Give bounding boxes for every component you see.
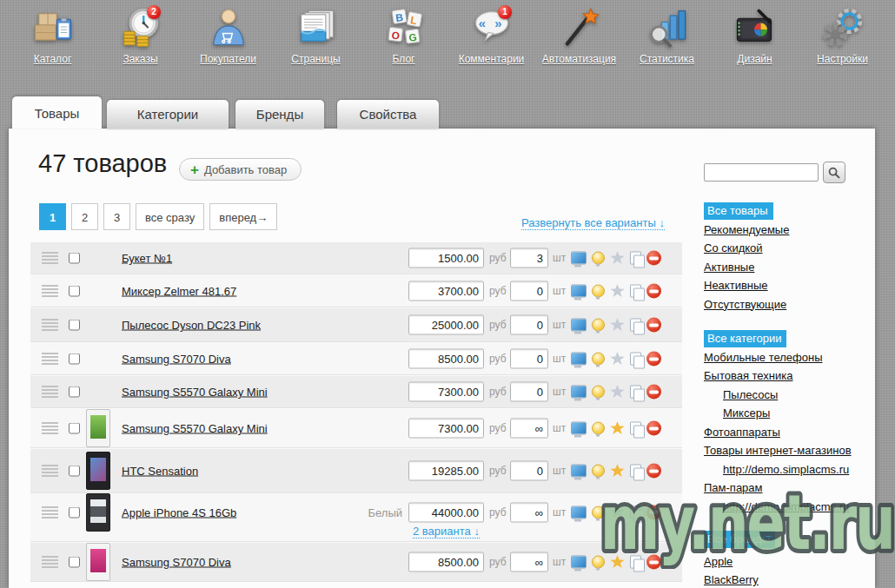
delete-icon[interactable] — [646, 352, 661, 367]
drag-handle-icon[interactable] — [42, 422, 58, 434]
row-checkbox[interactable] — [69, 506, 80, 518]
price-input[interactable] — [408, 461, 484, 481]
price-input[interactable] — [408, 552, 484, 572]
lightbulb-icon[interactable] — [592, 422, 605, 435]
toolbar-item-blog[interactable]: B L O G Блог — [360, 5, 448, 65]
copy-icon[interactable] — [630, 556, 641, 569]
star-icon[interactable] — [610, 318, 625, 332]
delete-icon[interactable] — [646, 284, 661, 299]
filter-discounted[interactable]: Со скидкой — [704, 241, 763, 254]
toolbar-item-automation[interactable]: Автоматизация — [535, 5, 623, 65]
copy-icon[interactable] — [630, 285, 641, 298]
search-button[interactable] — [823, 162, 845, 183]
product-name-link[interactable]: Миксер Zelmer 481.67 — [122, 285, 236, 298]
monitor-icon[interactable] — [571, 465, 587, 478]
product-name-link[interactable]: Samsung S7070 Diva — [122, 556, 231, 569]
drag-handle-icon[interactable] — [42, 353, 58, 365]
delete-icon[interactable] — [646, 385, 661, 400]
product-name-link[interactable]: Apple iPhone 4S 16Gb — [122, 505, 236, 519]
copy-icon[interactable] — [630, 465, 641, 478]
page-button-1[interactable]: 1 — [39, 203, 66, 230]
star-icon[interactable] — [610, 505, 625, 519]
filter-active[interactable]: Активные — [704, 261, 754, 274]
star-icon[interactable] — [610, 352, 625, 366]
star-icon[interactable] — [610, 385, 625, 399]
price-input[interactable] — [408, 382, 484, 402]
lightbulb-icon[interactable] — [592, 386, 605, 399]
lightbulb-icon[interactable] — [592, 505, 605, 519]
filter-inactive[interactable]: Неактивные — [704, 279, 768, 292]
category-demo-simplacms[interactable]: http://demo.simplacms.ru — [723, 463, 849, 476]
product-name-link[interactable]: Samsung S5570 Galaxy Mini — [122, 422, 268, 435]
drag-handle-icon[interactable] — [42, 319, 58, 331]
price-input[interactable] — [408, 419, 484, 439]
tab-brands[interactable]: Бренды — [235, 100, 324, 129]
copy-icon[interactable] — [630, 319, 641, 332]
product-name-link[interactable]: Samsung S5570 Galaxy Mini — [122, 386, 268, 399]
lightbulb-icon[interactable] — [592, 353, 605, 366]
qty-input[interactable] — [510, 248, 548, 268]
tab-categories[interactable]: Категории — [107, 100, 229, 129]
copy-icon[interactable] — [630, 505, 641, 519]
drag-handle-icon[interactable] — [42, 252, 58, 264]
row-checkbox[interactable] — [69, 253, 80, 264]
lightbulb-icon[interactable] — [592, 285, 605, 298]
row-checkbox[interactable] — [69, 320, 80, 331]
monitor-icon[interactable] — [571, 386, 587, 399]
drag-handle-icon[interactable] — [42, 556, 58, 568]
category-mobile-phones[interactable]: Мобильные телефоны — [704, 351, 823, 364]
delete-icon[interactable] — [646, 464, 661, 479]
copy-icon[interactable] — [630, 353, 641, 366]
tab-products[interactable]: Товары — [12, 96, 102, 129]
qty-input[interactable] — [510, 349, 548, 369]
page-button-2[interactable]: 2 — [71, 203, 98, 230]
qty-input[interactable] — [510, 281, 548, 301]
product-name-link[interactable]: Samsung S7070 Diva — [122, 353, 231, 366]
qty-input[interactable] — [510, 502, 548, 522]
show-all-button[interactable]: все сразу — [136, 203, 204, 230]
qty-input[interactable] — [510, 315, 548, 335]
toolbar-item-statistics[interactable]: Статистика — [623, 5, 711, 65]
expand-all-variants-link[interactable]: Развернуть все варианты ↓ — [521, 216, 665, 230]
product-name-link[interactable]: Букет №1 — [122, 252, 172, 265]
copy-icon[interactable] — [630, 386, 641, 399]
price-input[interactable] — [408, 502, 484, 522]
lightbulb-icon[interactable] — [592, 252, 605, 265]
toolbar-item-settings[interactable]: Настройки — [799, 5, 886, 65]
row-checkbox[interactable] — [69, 386, 80, 398]
star-icon[interactable] — [610, 555, 625, 569]
price-input[interactable] — [408, 281, 484, 301]
toolbar-item-pages[interactable]: Страницы — [272, 5, 360, 65]
brand-apple[interactable]: Apple — [704, 555, 733, 568]
lightbulb-icon[interactable] — [592, 319, 605, 332]
delete-icon[interactable] — [646, 421, 661, 436]
brand-blackberry[interactable]: BlackBerry — [704, 573, 759, 586]
star-icon[interactable] — [610, 421, 625, 435]
toolbar-item-comments[interactable]: 1 « » Комментарии — [448, 5, 535, 65]
add-product-button[interactable]: Добавить товар — [179, 158, 302, 181]
delete-icon[interactable] — [646, 505, 661, 519]
qty-input[interactable] — [510, 461, 548, 481]
qty-input[interactable] — [510, 552, 548, 572]
product-name-link[interactable]: HTC Sensation — [122, 465, 198, 478]
category-mixers[interactable]: Миксеры — [723, 406, 770, 420]
category-all[interactable]: Все категории — [704, 330, 786, 347]
qty-input[interactable] — [510, 419, 548, 439]
lightbulb-icon[interactable] — [592, 465, 605, 478]
star-icon[interactable] — [610, 251, 625, 265]
filter-recommended[interactable]: Рекомендуемые — [704, 223, 789, 236]
row-checkbox[interactable] — [69, 286, 80, 297]
category-vacuums[interactable]: Пылесосы — [723, 388, 778, 401]
row-checkbox[interactable] — [69, 423, 80, 434]
category-demo-simplacms-2[interactable]: http://demo.simplacms.ru — [723, 500, 849, 513]
toolbar-item-catalog[interactable]: Каталог — [9, 5, 96, 65]
copy-icon[interactable] — [630, 422, 641, 435]
page-button-3[interactable]: 3 — [103, 203, 130, 230]
category-pam-param[interactable]: Пам-парам — [704, 481, 763, 494]
delete-icon[interactable] — [646, 251, 661, 266]
monitor-icon[interactable] — [571, 422, 587, 435]
copy-icon[interactable] — [630, 252, 641, 265]
drag-handle-icon[interactable] — [42, 506, 58, 519]
drag-handle-icon[interactable] — [42, 285, 58, 297]
monitor-icon[interactable] — [571, 319, 587, 332]
